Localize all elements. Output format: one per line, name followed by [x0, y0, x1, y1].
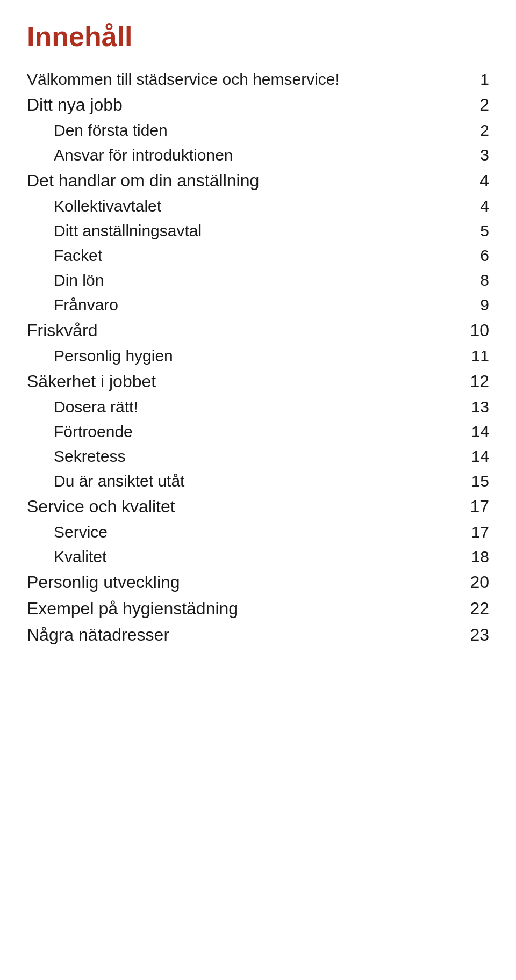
- toc-item-page-dosera-ratt: 13: [468, 398, 489, 416]
- toc-item-text-fortroende: Förtroende: [27, 423, 468, 441]
- toc-item-text-service: Service: [27, 523, 468, 541]
- toc-item-page-nagra-natadresser: 23: [468, 625, 489, 645]
- toc-item-kollektivavtalet: Kollektivavtalet4: [27, 194, 489, 219]
- toc-item-service: Service17: [27, 520, 489, 545]
- toc-item-dosera-ratt: Dosera rätt!13: [27, 395, 489, 419]
- toc-item-ditt-anstallningsavtal: Ditt anställningsavtal5: [27, 219, 489, 243]
- toc-item-den-forsta-tiden: Den första tiden2: [27, 118, 489, 143]
- toc-item-text-personlig-hygien: Personlig hygien: [27, 347, 468, 365]
- toc-item-exempel-pa-hygienstadning: Exempel på hygienstädning22: [27, 596, 489, 622]
- toc-item-page-service: 17: [468, 523, 489, 541]
- toc-item-text-exempel-pa-hygienstadning: Exempel på hygienstädning: [27, 599, 468, 619]
- toc-item-page-sekretess: 14: [468, 447, 489, 466]
- toc-item-nagra-natadresser: Några nätadresser23: [27, 622, 489, 648]
- toc-item-text-det-handlar-om-din-anstallning: Det handlar om din anställning: [27, 171, 468, 191]
- toc-item-text-franvaro: Frånvaro: [27, 296, 468, 314]
- toc-item-facket: Facket6: [27, 243, 489, 268]
- toc-item-kvalitet: Kvalitet18: [27, 545, 489, 569]
- toc-item-sekretess: Sekretess14: [27, 444, 489, 469]
- toc-item-text-personlig-utveckling: Personlig utveckling: [27, 572, 468, 592]
- toc-item-text-friskvard: Friskvård: [27, 321, 468, 340]
- toc-list: Välkommen till städservice och hemservic…: [27, 67, 489, 92]
- toc-item-page-kvalitet: 18: [468, 548, 489, 566]
- toc-intro-text: Välkommen till städservice och hemservic…: [27, 70, 468, 89]
- toc-item-page-exempel-pa-hygienstadning: 22: [468, 599, 489, 619]
- toc-item-ditt-nya-jobb: Ditt nya jobb2: [27, 92, 489, 118]
- toc-item-page-ditt-anstallningsavtal: 5: [468, 222, 489, 240]
- toc-intro-item: Välkommen till städservice och hemservic…: [27, 67, 489, 92]
- toc-item-text-facket: Facket: [27, 246, 468, 265]
- toc-item-page-facket: 6: [468, 246, 489, 265]
- toc-item-franvaro: Frånvaro9: [27, 293, 489, 317]
- toc-item-text-den-forsta-tiden: Den första tiden: [27, 121, 468, 140]
- toc-item-text-kollektivavtalet: Kollektivavtalet: [27, 197, 468, 215]
- toc-title: Innehåll: [27, 21, 489, 52]
- toc-item-text-din-lon: Din lön: [27, 271, 468, 289]
- toc-item-text-nagra-natadresser: Några nätadresser: [27, 625, 468, 645]
- toc-item-page-franvaro: 9: [468, 296, 489, 314]
- toc-item-personlig-utveckling: Personlig utveckling20: [27, 569, 489, 596]
- toc-item-page-personlig-utveckling: 20: [468, 572, 489, 592]
- toc-item-personlig-hygien: Personlig hygien11: [27, 344, 489, 368]
- toc-item-ansvar-for-introduktionen: Ansvar för introduktionen3: [27, 143, 489, 168]
- toc-item-page-sakerhet-i-jobbet: 12: [468, 372, 489, 391]
- toc-item-text-du-ar-ansiktet-utat: Du är ansiktet utåt: [27, 472, 468, 490]
- toc-item-page-du-ar-ansiktet-utat: 15: [468, 472, 489, 490]
- toc-item-text-ditt-anstallningsavtal: Ditt anställningsavtal: [27, 222, 468, 240]
- toc-item-page-din-lon: 8: [468, 271, 489, 289]
- toc-item-page-det-handlar-om-din-anstallning: 4: [468, 171, 489, 191]
- toc-item-text-service-och-kvalitet: Service och kvalitet: [27, 497, 468, 517]
- toc-item-text-sekretess: Sekretess: [27, 447, 468, 466]
- toc-item-page-fortroende: 14: [468, 423, 489, 441]
- toc-item-page-friskvard: 10: [468, 321, 489, 340]
- toc-item-din-lon: Din lön8: [27, 268, 489, 293]
- toc-item-text-sakerhet-i-jobbet: Säkerhet i jobbet: [27, 372, 468, 391]
- toc-item-fortroende: Förtroende14: [27, 419, 489, 444]
- toc-item-det-handlar-om-din-anstallning: Det handlar om din anställning4: [27, 168, 489, 194]
- toc-item-page-den-forsta-tiden: 2: [468, 121, 489, 140]
- toc-item-text-kvalitet: Kvalitet: [27, 548, 468, 566]
- toc-item-du-ar-ansiktet-utat: Du är ansiktet utåt15: [27, 469, 489, 493]
- toc-item-page-ansvar-for-introduktionen: 3: [468, 146, 489, 164]
- toc-item-text-ditt-nya-jobb: Ditt nya jobb: [27, 95, 468, 115]
- toc-item-page-service-och-kvalitet: 17: [468, 497, 489, 517]
- toc-item-text-dosera-ratt: Dosera rätt!: [27, 398, 468, 416]
- toc-item-text-ansvar-for-introduktionen: Ansvar för introduktionen: [27, 146, 468, 164]
- toc-item-page-personlig-hygien: 11: [468, 347, 489, 365]
- toc-item-service-och-kvalitet: Service och kvalitet17: [27, 493, 489, 520]
- toc-item-friskvard: Friskvård10: [27, 317, 489, 344]
- toc-item-page-ditt-nya-jobb: 2: [468, 95, 489, 115]
- toc-intro-page: 1: [468, 70, 489, 89]
- toc-item-page-kollektivavtalet: 4: [468, 197, 489, 215]
- toc-item-sakerhet-i-jobbet: Säkerhet i jobbet12: [27, 368, 489, 395]
- toc-items-list: Ditt nya jobb2Den första tiden2Ansvar fö…: [27, 92, 489, 648]
